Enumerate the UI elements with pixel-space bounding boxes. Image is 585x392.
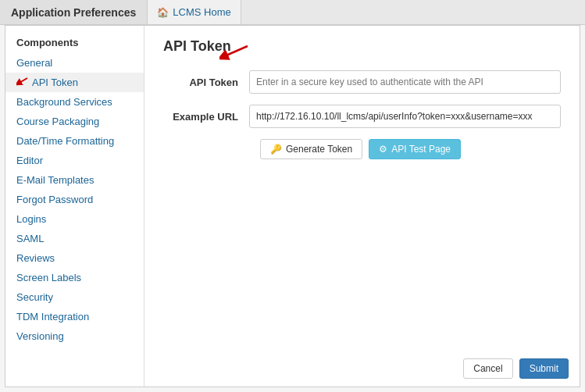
svg-line-1 xyxy=(18,78,27,84)
sidebar-item-label: API Token xyxy=(32,77,78,88)
sidebar-item-label: Security xyxy=(16,291,53,303)
sidebar-item-label: Editor xyxy=(16,155,43,166)
btn-label-0: Generate Token xyxy=(286,144,352,155)
sidebar-item-versioning[interactable]: Versioning xyxy=(5,326,144,346)
sidebar-section-title: Components xyxy=(5,34,144,53)
sidebar-item-background-services[interactable]: Background Services xyxy=(5,92,144,112)
sidebar-item-course-packaging[interactable]: Course Packaging xyxy=(5,112,144,131)
page-wrapper: Components GeneralAPI TokenBackground Se… xyxy=(0,25,585,392)
action-buttons-row: 🔑Generate Token⚙API Test Page xyxy=(260,139,561,159)
sidebar-item-editor[interactable]: Editor xyxy=(5,151,144,170)
sidebar-item-label: Forgot Password xyxy=(16,194,93,205)
sidebar-item-label: TDM Integration xyxy=(16,311,89,323)
sidebar-item-api-token[interactable]: API Token xyxy=(5,73,144,92)
sidebar-item-label: Versioning xyxy=(16,330,64,342)
cancel-button[interactable]: Cancel xyxy=(463,358,512,379)
sidebar-item-forgot-password[interactable]: Forgot Password xyxy=(5,190,144,209)
sidebar-item-label: Logins xyxy=(16,213,46,225)
sidebar-item-general[interactable]: General xyxy=(5,53,144,73)
form-label-1: Example URL xyxy=(163,111,249,123)
example-url-value: http://172.16.10.10/ll_lcms/api/userInfo… xyxy=(249,105,561,128)
home-tab-label: LCMS Home xyxy=(173,6,230,18)
content-area: API Token API TokenExample URL xyxy=(144,26,580,387)
sidebar-item-label: SAML xyxy=(16,233,44,244)
sidebar-item-label: Date/Time Formatting xyxy=(16,135,114,147)
sidebar-item-logins[interactable]: Logins xyxy=(5,209,144,229)
form-label-0: API Token xyxy=(163,77,249,88)
top-bar: Application Preferences 🏠 LCMS Home xyxy=(0,0,585,25)
btn-icon-0: 🔑 xyxy=(270,144,282,155)
submit-button[interactable]: Submit xyxy=(519,358,569,379)
sidebar-item-label: Screen Labels xyxy=(16,272,81,283)
sidebar-items-container: GeneralAPI TokenBackground ServicesCours… xyxy=(5,53,144,346)
sidebar-item-label: Reviews xyxy=(16,252,55,264)
sidebar-item-saml[interactable]: SAML xyxy=(5,229,144,248)
sidebar-item-reviews[interactable]: Reviews xyxy=(5,248,144,268)
svg-line-3 xyxy=(223,46,248,57)
sidebar-arrow-icon xyxy=(16,77,29,88)
sidebar-item-label: Background Services xyxy=(16,96,112,108)
sidebar-item-tdm-integration[interactable]: TDM Integration xyxy=(5,307,144,326)
content-title: API Token xyxy=(163,38,561,55)
home-tab[interactable]: 🏠 LCMS Home xyxy=(148,0,241,24)
form-fields: API TokenExample URLhttp://172.16.10.10/… xyxy=(163,70,561,128)
sidebar-item-screen-labels[interactable]: Screen Labels xyxy=(5,268,144,287)
form-group-api-token: API Token xyxy=(163,70,561,94)
sidebar-item-label: E-Mail Templates xyxy=(16,174,94,186)
home-icon: 🏠 xyxy=(157,7,169,18)
main-card: Components GeneralAPI TokenBackground Se… xyxy=(5,25,580,387)
api-test-page-button[interactable]: ⚙API Test Page xyxy=(369,139,461,159)
sidebar: Components GeneralAPI TokenBackground Se… xyxy=(5,26,144,387)
sidebar-item-label: General xyxy=(16,57,52,69)
btn-label-1: API Test Page xyxy=(391,144,451,155)
app-window: Application Preferences 🏠 LCMS Home Comp… xyxy=(0,0,585,392)
footer-buttons: Cancel Submit xyxy=(463,358,569,379)
red-arrow-icon xyxy=(219,40,251,62)
app-title: Application Preferences xyxy=(0,0,148,24)
sidebar-item-datetime-formatting[interactable]: Date/Time Formatting xyxy=(5,131,144,151)
sidebar-item-security[interactable]: Security xyxy=(5,287,144,307)
sidebar-item-label: Course Packaging xyxy=(16,116,99,127)
api-token-input[interactable] xyxy=(249,70,561,94)
sidebar-item-e-mail-templates[interactable]: E-Mail Templates xyxy=(5,170,144,190)
card-body: Components GeneralAPI TokenBackground Se… xyxy=(5,26,580,387)
btn-icon-1: ⚙ xyxy=(379,144,387,155)
generate-token-button[interactable]: 🔑Generate Token xyxy=(260,139,362,159)
form-group-example-url: Example URLhttp://172.16.10.10/ll_lcms/a… xyxy=(163,105,561,128)
